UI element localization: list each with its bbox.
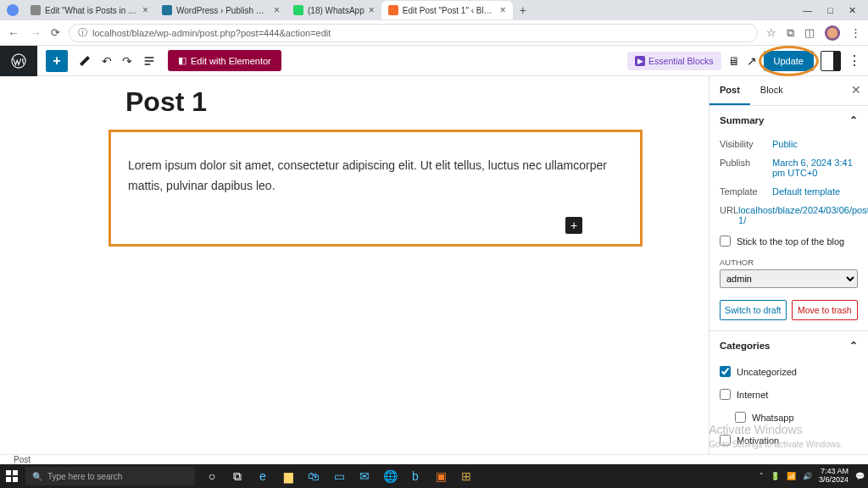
notification-icon[interactable]: 💬 xyxy=(855,472,865,480)
preview-link-icon[interactable]: ↗ xyxy=(747,54,757,68)
undo-button[interactable]: ↶ xyxy=(102,54,112,68)
category-checkbox[interactable] xyxy=(720,435,731,446)
phone-link-icon[interactable]: ▭ xyxy=(327,464,351,488)
outline-icon[interactable] xyxy=(142,54,156,68)
template-value[interactable]: Default template xyxy=(772,186,858,197)
category-item: Whatsapp xyxy=(709,406,868,429)
post-content-block[interactable]: Lorem ipsum dolor sit amet, consectetur … xyxy=(108,130,643,247)
close-icon[interactable]: × xyxy=(274,4,280,16)
inline-add-block-button[interactable]: + xyxy=(565,217,582,234)
close-button[interactable]: ✕ xyxy=(849,5,856,16)
post-title[interactable]: Post 1 xyxy=(108,86,643,118)
app-icon[interactable]: ⊞ xyxy=(454,464,478,488)
svg-rect-2 xyxy=(13,470,18,475)
menu-icon[interactable]: ⋮ xyxy=(850,26,861,39)
minimize-button[interactable]: — xyxy=(803,5,812,16)
star-icon[interactable]: ☆ xyxy=(766,26,776,39)
author-heading: AUTHOR xyxy=(709,252,868,269)
close-icon[interactable]: × xyxy=(369,4,375,16)
wp-toolbar: + ↶ ↷ Edit with Elementor Essential Bloc… xyxy=(0,46,868,76)
settings-panel-toggle[interactable] xyxy=(821,51,841,71)
battery-icon[interactable]: 🔋 xyxy=(771,472,780,480)
bing-icon[interactable]: b xyxy=(403,464,427,488)
close-icon[interactable]: × xyxy=(500,4,506,16)
add-block-button[interactable]: + xyxy=(46,50,68,72)
volume-icon[interactable]: 🔊 xyxy=(803,472,812,480)
maximize-button[interactable]: □ xyxy=(827,5,833,16)
chrome-icon[interactable]: 🌐 xyxy=(378,464,402,488)
xampp-icon[interactable]: ▣ xyxy=(429,464,453,488)
browser-tab[interactable]: WordPress › Publish Posts × xyxy=(155,1,287,19)
back-button[interactable]: ← xyxy=(7,26,20,40)
extensions-icon[interactable]: ⧉ xyxy=(787,26,794,40)
settings-sidebar: Post Block ✕ Summary ⌃ Visibility Public… xyxy=(709,76,868,454)
essential-blocks-button[interactable]: Essential Blocks xyxy=(627,52,721,70)
edit-with-elementor-button[interactable]: Edit with Elementor xyxy=(168,50,281,71)
start-button[interactable] xyxy=(0,464,24,488)
url-value[interactable]: localhost/blaze/2024/03/06/post-1/ xyxy=(738,205,868,225)
paragraph-text[interactable]: Lorem ipsum dolor sit amet, consectetur … xyxy=(128,156,623,197)
visibility-value[interactable]: Public xyxy=(772,139,858,149)
browser-tab[interactable]: (18) WhatsApp × xyxy=(287,1,381,19)
switch-to-draft-button[interactable]: Switch to draft xyxy=(720,300,787,320)
tab-title: Edit "What is Posts in WordPres xyxy=(45,6,138,15)
side-panel-icon[interactable]: ◫ xyxy=(804,26,815,39)
options-menu-icon[interactable]: ⋮ xyxy=(848,53,861,69)
url-input[interactable]: ⓘ localhost/blaze/wp-admin/post.php?post… xyxy=(69,24,758,42)
update-button[interactable]: Update xyxy=(764,51,814,71)
url-label: URL xyxy=(720,205,738,225)
profile-avatar[interactable] xyxy=(825,25,840,41)
forward-button[interactable]: → xyxy=(29,26,42,40)
cortana-icon[interactable]: ○ xyxy=(200,464,224,488)
store-icon[interactable]: 🛍 xyxy=(302,464,326,488)
address-bar: ← → ⟳ ⓘ localhost/blaze/wp-admin/post.ph… xyxy=(0,20,868,46)
status-bar: Post xyxy=(0,454,868,464)
mail-icon[interactable]: ✉ xyxy=(353,464,376,488)
stick-top-label: Stick to the top of the blog xyxy=(737,236,844,247)
new-tab-button[interactable]: + xyxy=(513,3,533,17)
category-checkbox[interactable] xyxy=(735,412,746,423)
edit-mode-icon[interactable] xyxy=(78,54,92,68)
elementor-label: Edit with Elementor xyxy=(191,56,271,66)
author-select[interactable]: admin xyxy=(720,269,858,288)
tab-title: Edit Post "Post 1" ‹ Blaze — Wo xyxy=(403,6,496,15)
chevron-up-icon: ⌃ xyxy=(849,340,858,352)
wifi-icon[interactable]: 📶 xyxy=(787,472,796,480)
taskbar-clock[interactable]: 7:43 AM 3/6/2024 xyxy=(819,468,849,485)
explorer-icon[interactable]: ▆ xyxy=(276,464,300,488)
category-checkbox[interactable] xyxy=(720,366,731,377)
wp-logo[interactable] xyxy=(0,46,37,76)
profile-badge[interactable] xyxy=(7,4,19,16)
sidebar-close-icon[interactable]: ✕ xyxy=(851,83,861,97)
device-preview-icon[interactable]: 🖥 xyxy=(728,54,740,68)
summary-title: Summary xyxy=(720,115,764,125)
editor-canvas[interactable]: Post 1 Lorem ipsum dolor sit amet, conse… xyxy=(0,76,709,454)
tab-title: WordPress › Publish Posts xyxy=(176,6,270,15)
close-icon[interactable]: × xyxy=(142,4,148,16)
summary-panel-header[interactable]: Summary ⌃ xyxy=(709,106,868,135)
category-item: Wordpress xyxy=(709,452,868,454)
stick-top-checkbox[interactable] xyxy=(720,236,731,247)
category-label: Whatsapp xyxy=(752,413,794,423)
category-label: Motivation xyxy=(737,435,779,446)
categories-panel-header[interactable]: Categories ⌃ xyxy=(709,331,868,360)
browser-tab-strip: Edit "What is Posts in WordPres × WordPr… xyxy=(0,0,868,20)
reload-button[interactable]: ⟳ xyxy=(51,26,60,39)
browser-tab-active[interactable]: Edit Post "Post 1" ‹ Blaze — Wo × xyxy=(381,1,513,19)
publish-value[interactable]: March 6, 2024 3:41 pm UTC+0 xyxy=(772,158,858,178)
move-to-trash-button[interactable]: Move to trash xyxy=(792,300,859,320)
taskbar-search[interactable]: 🔍 Type here to search xyxy=(25,467,195,485)
redo-button[interactable]: ↷ xyxy=(122,54,132,68)
edge-icon[interactable]: e xyxy=(251,464,275,488)
search-icon: 🔍 xyxy=(32,472,42,481)
info-icon: ⓘ xyxy=(78,26,87,39)
category-item: Uncategorized xyxy=(709,360,868,383)
tab-post[interactable]: Post xyxy=(709,76,750,105)
tab-block[interactable]: Block xyxy=(750,76,793,105)
category-checkbox[interactable] xyxy=(720,389,731,400)
windows-taskbar: 🔍 Type here to search ○ ⧉ e ▆ 🛍 ▭ ✉ 🌐 b … xyxy=(0,464,868,488)
task-view-icon[interactable]: ⧉ xyxy=(225,464,249,488)
tray-chevron-icon[interactable]: ˄ xyxy=(760,472,764,480)
browser-tab[interactable]: Edit "What is Posts in WordPres × xyxy=(24,1,155,19)
chevron-up-icon: ⌃ xyxy=(849,114,858,126)
